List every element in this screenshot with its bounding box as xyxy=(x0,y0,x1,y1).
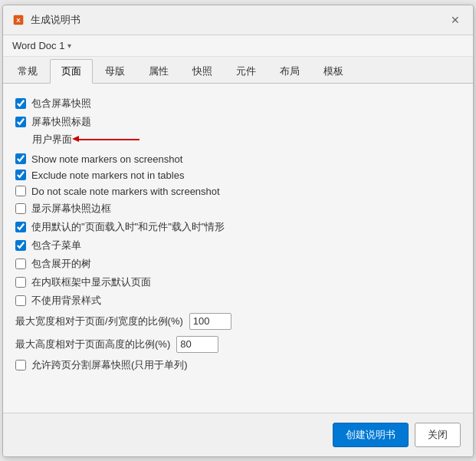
arrow-annotation xyxy=(78,139,140,140)
label-maxheight: 最大高度相对于页面高度的比例(%) xyxy=(15,338,170,351)
tab-attribute[interactable]: 属性 xyxy=(137,59,180,83)
checkbox-inline-frame[interactable] xyxy=(15,277,26,288)
content-area: 包含屏幕快照 屏幕快照标题 用户界面 Show note markers on … xyxy=(3,84,473,413)
label-no-scale[interactable]: Do not scale note markers with screensho… xyxy=(31,186,220,197)
checkbox-include-screenshot[interactable] xyxy=(15,98,26,109)
label-exclude-markers[interactable]: Exclude note markers not in tables xyxy=(31,170,184,181)
checkbox-row-5: Do not scale note markers with screensho… xyxy=(15,183,461,199)
tab-master[interactable]: 母版 xyxy=(94,59,136,83)
svg-text:X: X xyxy=(16,17,21,24)
checkbox-expanded-tree[interactable] xyxy=(15,258,26,269)
checkbox-row-10: 在内联框架中显示默认页面 xyxy=(15,273,461,291)
label-inline-frame[interactable]: 在内联框架中显示默认页面 xyxy=(31,275,151,289)
create-button[interactable]: 创建说明书 xyxy=(333,423,409,447)
dialog: X 生成说明书 ✕ Word Doc 1 ▾ 常规 页面 母版 属性 快照 元件… xyxy=(2,5,474,457)
arrow-line xyxy=(78,139,140,140)
indented-user-interface: 用户界面 xyxy=(32,131,461,148)
label-crosspage-split[interactable]: 允许跨页分割屏幕快照(只用于单列) xyxy=(31,358,188,372)
doc-selector[interactable]: Word Doc 1 ▾ xyxy=(3,35,473,57)
chevron-down-icon: ▾ xyxy=(67,41,71,50)
label-screenshot-title[interactable]: 屏幕快照标题 xyxy=(31,115,91,129)
label-expanded-tree[interactable]: 包含展开的树 xyxy=(31,257,91,271)
tab-shortcut[interactable]: 快照 xyxy=(181,59,224,83)
doc-name: Word Doc 1 xyxy=(12,40,64,51)
footer: 创建说明书 关闭 xyxy=(3,413,473,456)
input-row-maxheight: 最大高度相对于页面高度的比例(%) xyxy=(15,333,461,356)
checkbox-crosspage-split[interactable] xyxy=(15,360,26,370)
checkbox-row-2: 屏幕快照标题 xyxy=(15,113,461,131)
checkbox-exclude-markers[interactable] xyxy=(15,170,26,180)
close-button[interactable]: ✕ xyxy=(447,12,464,28)
checkbox-row-8: 包含子菜单 xyxy=(15,236,461,255)
checkbox-row-12: 允许跨页分割屏幕快照(只用于单列) xyxy=(15,356,461,374)
label-show-border[interactable]: 显示屏幕快照边框 xyxy=(31,202,111,216)
dialog-title: 生成说明书 xyxy=(31,13,80,27)
tab-bar: 常规 页面 母版 属性 快照 元件 布局 模板 xyxy=(3,57,473,84)
checkbox-note-markers[interactable] xyxy=(15,153,26,164)
tab-general[interactable]: 常规 xyxy=(6,59,49,83)
checkbox-row-7: 使用默认的"页面载入时"和元件"载入时"情形 xyxy=(15,218,461,236)
checkbox-row-3: Show note markers on screenshot xyxy=(15,151,461,167)
checkbox-screenshot-title[interactable] xyxy=(15,117,26,127)
input-maxwidth[interactable] xyxy=(189,313,231,330)
label-include-screenshot[interactable]: 包含屏幕快照 xyxy=(31,97,91,110)
checkbox-show-border[interactable] xyxy=(15,203,26,214)
label-maxwidth: 最大宽度相对于页面/列宽度的比例(%) xyxy=(15,314,183,328)
label-note-markers[interactable]: Show note markers on screenshot xyxy=(31,153,182,165)
checkbox-submenu[interactable] xyxy=(15,240,26,251)
tab-layout[interactable]: 布局 xyxy=(268,59,311,83)
title-bar: X 生成说明书 ✕ xyxy=(3,5,473,35)
user-interface-text: 用户界面 xyxy=(32,133,72,147)
tab-element[interactable]: 元件 xyxy=(225,59,268,83)
checkbox-row-6: 显示屏幕快照边框 xyxy=(15,199,461,218)
checkbox-no-background[interactable] xyxy=(15,295,26,306)
label-default-pageload[interactable]: 使用默认的"页面载入时"和元件"载入时"情形 xyxy=(31,220,225,234)
close-dialog-button[interactable]: 关闭 xyxy=(415,423,461,447)
input-maxheight[interactable] xyxy=(176,336,218,353)
checkbox-no-scale[interactable] xyxy=(15,186,26,196)
checkbox-row-11: 不使用背景样式 xyxy=(15,291,461,310)
checkbox-row-4: Exclude note markers not in tables xyxy=(15,167,461,183)
tab-page[interactable]: 页面 xyxy=(50,59,93,84)
checkbox-row-1: 包含屏幕快照 xyxy=(15,94,461,113)
checkbox-row-9: 包含展开的树 xyxy=(15,255,461,273)
app-icon: X xyxy=(12,14,25,26)
checkbox-default-pageload[interactable] xyxy=(15,222,26,232)
label-no-background[interactable]: 不使用背景样式 xyxy=(31,294,101,308)
tab-template[interactable]: 模板 xyxy=(312,59,355,83)
label-submenu[interactable]: 包含子菜单 xyxy=(31,239,81,252)
title-bar-left: X 生成说明书 xyxy=(12,13,80,27)
input-row-maxwidth: 最大宽度相对于页面/列宽度的比例(%) xyxy=(15,310,461,333)
